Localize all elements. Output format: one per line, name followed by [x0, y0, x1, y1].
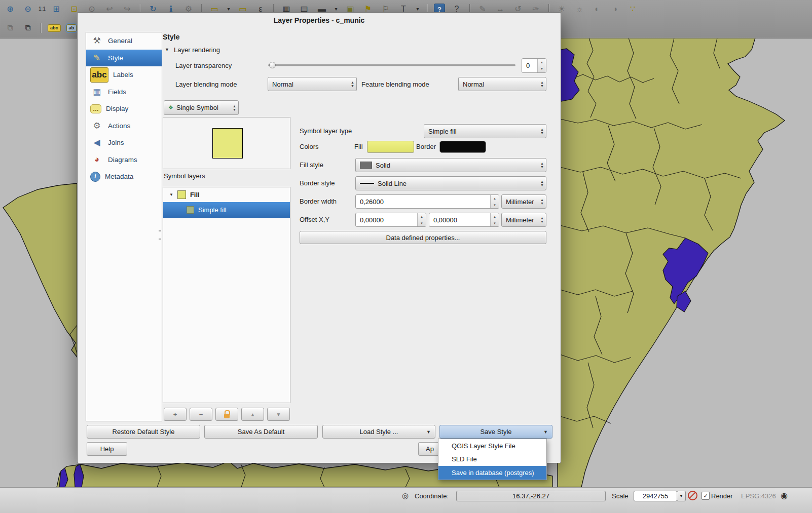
tree-expand-icon[interactable]: ▼	[169, 192, 173, 197]
paste-style-icon[interactable]: ⧉	[22, 22, 34, 34]
symbol-preview-swatch	[212, 128, 243, 159]
add-symbol-layer-button[interactable]: +	[164, 408, 187, 421]
menu-item-save-in-database[interactable]: Save in database (postgres)	[438, 466, 546, 480]
contrast-increase-icon[interactable]: ◐	[591, 3, 603, 15]
border-color-label: Border	[416, 143, 436, 150]
symbol-layer-type-label: Symbol layer type	[300, 127, 352, 135]
brightness-decrease-icon[interactable]: ☼	[573, 3, 585, 15]
sidebar-item-display[interactable]: … Display	[86, 100, 162, 117]
coordinate-input[interactable]: 16.37,-26.27	[456, 491, 606, 501]
menu-item-qgis-layer-style-file[interactable]: QGIS Layer Style File	[438, 439, 546, 453]
sidebar-item-joins[interactable]: ◀ Joins	[86, 134, 162, 151]
collapse-arrow-icon[interactable]: ▼	[165, 47, 169, 52]
sidebar-item-fields[interactable]: ▦ Fields	[86, 84, 162, 101]
sidebar-item-label: Style	[108, 54, 123, 62]
pin-labels-active-icon[interactable]: ab	[66, 24, 77, 32]
tree-group-label: Fill	[190, 191, 200, 199]
render-checkbox[interactable]: ✓	[702, 492, 710, 500]
sidebar-item-label: Metadata	[105, 173, 133, 180]
sidebar-item-style[interactable]: ✎ Style	[86, 50, 162, 67]
combo-arrows-icon: ▲▼	[540, 198, 544, 205]
border-width-label: Border width	[300, 198, 337, 205]
fill-style-combo[interactable]: Solid ▲▼	[355, 158, 546, 172]
move-layer-down-button[interactable]: ▼	[267, 408, 290, 421]
spinner-arrows-icon[interactable]: ▲▼	[490, 195, 499, 208]
offset-unit-combo[interactable]: Millimeter ▲▼	[501, 213, 546, 227]
combo-arrows-icon: ▲▼	[540, 180, 544, 187]
tree-row-fill[interactable]: ▼ Fill	[163, 187, 290, 202]
offset-y-spinbox[interactable]: 0,00000 ▲▼	[429, 213, 499, 227]
status-bar: ◎ Coordinate: 16.37,-26.27 Scale 2942755…	[0, 487, 812, 513]
fill-color-button[interactable]	[367, 141, 414, 153]
transparency-spinbox[interactable]: 0 ▲▼	[522, 58, 546, 73]
solid-line-icon	[360, 183, 374, 184]
sidebar-item-actions[interactable]: ⚙ Actions	[86, 117, 162, 135]
offset-x-spinbox[interactable]: 0,00000 ▲▼	[355, 213, 426, 227]
save-as-default-button[interactable]: Save As Default	[204, 425, 318, 439]
info-icon: i	[90, 172, 100, 182]
sidebar-item-general[interactable]: ⚒ General	[86, 32, 162, 50]
dropdown-arrow-icon: ▼	[543, 429, 548, 435]
zoom-out-icon[interactable]: ⊖	[22, 3, 34, 15]
crs-status-icon[interactable]: ◉	[781, 491, 788, 500]
crs-label: EPSG:4326	[741, 492, 776, 500]
up-arrow-icon: ▲	[250, 412, 255, 417]
lock-color-button[interactable]	[215, 408, 238, 421]
zoom-actual-icon[interactable]: 1:1	[40, 3, 45, 15]
scale-dropdown-icon[interactable]: ▼	[677, 491, 686, 501]
touch-icon[interactable]: ∵	[626, 3, 639, 15]
speech-bubble-icon: …	[90, 104, 101, 113]
load-style-button[interactable]: Load Style ... ▼	[322, 425, 435, 439]
paintbrush-icon: ✎	[90, 52, 103, 64]
symbol-layer-type-combo[interactable]: Simple fill ▲▼	[424, 124, 546, 138]
symbol-layers-tree: ▼ Fill Simple fill	[163, 187, 290, 403]
zoom-in-icon[interactable]: ⊕	[4, 3, 16, 15]
dialog-title: Layer Properties - c_munic	[78, 16, 561, 24]
spinner-arrows-icon[interactable]: ▲▼	[490, 213, 499, 226]
sidebar-item-diagrams[interactable]: ◕ Diagrams	[86, 151, 162, 169]
down-arrow-icon: ▼	[276, 412, 281, 417]
layer-blending-combo[interactable]: Normal ▲▼	[268, 77, 357, 91]
sidebar-item-metadata[interactable]: i Metadata	[86, 168, 162, 185]
colors-label: Colors	[300, 143, 319, 150]
tree-child-label: Simple fill	[198, 206, 227, 214]
remove-symbol-layer-button[interactable]: −	[190, 408, 212, 421]
labeling-icon[interactable]: abc	[48, 24, 61, 32]
scale-combo[interactable]: 2942755	[634, 491, 677, 501]
save-style-button[interactable]: Save Style ▼	[439, 425, 552, 439]
tree-row-simple-fill[interactable]: Simple fill	[163, 202, 290, 218]
spinner-arrows-icon[interactable]: ▲▼	[417, 213, 426, 226]
slider-handle[interactable]	[269, 62, 276, 68]
data-defined-properties-button[interactable]: Data defined properties...	[300, 231, 546, 244]
symbol-layers-label: Symbol layers	[164, 172, 205, 180]
stop-render-icon[interactable]	[688, 491, 697, 500]
menu-item-sld-file[interactable]: SLD File	[438, 453, 546, 466]
renderer-combo[interactable]: ❖ Single Symbol ▲▼	[164, 100, 239, 115]
contrast-decrease-icon[interactable]: ◑	[609, 3, 621, 15]
copy-style-icon[interactable]: ⧉	[4, 22, 16, 34]
combo-arrows-icon: ▲▼	[540, 216, 544, 223]
border-color-button[interactable]	[439, 141, 486, 153]
coordinate-extent-icon[interactable]: ◎	[402, 491, 409, 500]
zoom-full-icon[interactable]: ⊞	[50, 3, 62, 15]
combo-arrows-icon: ▲▼	[233, 104, 236, 111]
layer-blending-label: Layer blending mode	[175, 81, 237, 88]
sidebar-item-label: Display	[106, 105, 128, 112]
border-style-combo[interactable]: Solid Line ▲▼	[355, 176, 546, 190]
sidebar-item-label: Diagrams	[108, 156, 137, 164]
fill-style-label: Fill style	[300, 161, 323, 169]
sidebar-item-label: Joins	[108, 139, 124, 146]
feature-blending-combo[interactable]: Normal ▲▼	[458, 77, 546, 91]
layer-rendering-section-label[interactable]: Layer rendering	[174, 46, 220, 54]
layer-transparency-slider[interactable]	[268, 62, 515, 68]
panel-splitter-handle[interactable]	[159, 230, 161, 240]
qgis-window: ⊕⊖1:1⊞⊡⊙↩↪↻ℹ⚙▭▾▭ε▦▤▬▾▣⚑⚐T▾??✎↔↺✑☀☼◐◑∵ ⧉⧉…	[0, 0, 812, 513]
sidebar-item-labels[interactable]: abc Labels	[86, 66, 162, 84]
help-button[interactable]: Help	[87, 442, 127, 456]
restore-default-style-button[interactable]: Restore Default Style	[87, 425, 200, 439]
move-layer-up-button[interactable]: ▲	[241, 408, 264, 421]
slider-groove	[268, 64, 515, 66]
spinner-arrows-icon[interactable]: ▲▼	[537, 59, 546, 72]
border-width-unit-combo[interactable]: Millimeter ▲▼	[501, 194, 546, 209]
border-width-spinbox[interactable]: 0,26000 ▲▼	[355, 194, 499, 209]
